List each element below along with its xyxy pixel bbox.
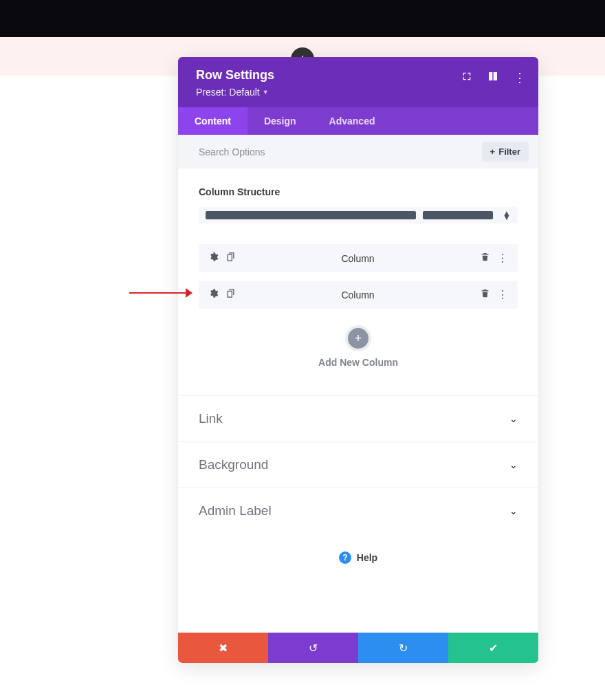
- add-column-button[interactable]: +: [348, 328, 368, 349]
- plus-icon: +: [490, 146, 496, 157]
- caret-down-icon: ▼: [263, 89, 269, 96]
- modal-action-bar: ✖ ↺ ↻ ✔: [178, 633, 538, 663]
- undo-button[interactable]: ↺: [268, 633, 358, 663]
- redo-icon: ↻: [399, 642, 408, 655]
- save-button[interactable]: ✔: [448, 633, 538, 663]
- duplicate-icon[interactable]: [226, 252, 236, 265]
- options-accordion: Link ⌄ Background ⌄ Admin Label ⌄: [178, 395, 538, 534]
- more-menu-icon[interactable]: ⋮: [497, 252, 508, 265]
- accordion-label: Admin Label: [199, 503, 272, 518]
- help-link[interactable]: ? Help: [178, 534, 538, 633]
- close-icon: ✖: [219, 642, 228, 655]
- plus-icon: +: [355, 332, 362, 344]
- modal-header: Row Settings Preset: Default ▼ ⋮: [178, 57, 538, 107]
- structure-bar-small: [423, 211, 493, 219]
- help-icon: ?: [339, 551, 351, 564]
- help-label: Help: [357, 552, 377, 563]
- undo-icon: ↺: [309, 642, 318, 655]
- search-input[interactable]: [199, 146, 482, 157]
- settings-tabs: Content Design Advanced: [178, 107, 538, 135]
- preset-value: Default: [229, 87, 259, 98]
- accordion-label: Background: [199, 457, 268, 472]
- add-column-label: Add New Column: [199, 357, 518, 368]
- accordion-link[interactable]: Link ⌄: [178, 396, 538, 442]
- accordion-background[interactable]: Background ⌄: [178, 442, 538, 488]
- preset-dropdown[interactable]: Preset: Default ▼: [196, 87, 520, 98]
- trash-icon[interactable]: [480, 288, 490, 301]
- preset-prefix: Preset:: [196, 87, 226, 98]
- expand-icon[interactable]: [461, 71, 472, 85]
- header-icon-group: ⋮: [461, 71, 526, 85]
- accordion-label: Link: [199, 411, 223, 426]
- chevron-down-icon: ⌄: [509, 459, 518, 470]
- row-settings-modal: Row Settings Preset: Default ▼ ⋮ Content…: [178, 57, 538, 663]
- content-body: Column Structure ▲▼ Column ⋮: [178, 168, 538, 395]
- chevron-down-icon: ⌄: [509, 505, 518, 516]
- column-label: Column: [236, 289, 480, 300]
- filter-button[interactable]: + Filter: [482, 142, 529, 162]
- duplicate-icon[interactable]: [226, 288, 236, 301]
- accordion-admin-label[interactable]: Admin Label ⌄: [178, 488, 538, 534]
- column-item[interactable]: Column ⋮: [199, 244, 518, 272]
- column-structure-label: Column Structure: [199, 186, 518, 197]
- chevron-down-icon: ⌄: [509, 413, 518, 424]
- search-row: + Filter: [178, 135, 538, 168]
- tab-advanced[interactable]: Advanced: [313, 107, 392, 135]
- page-top-bar: [0, 0, 605, 37]
- structure-bar-large: [206, 211, 416, 219]
- cancel-button[interactable]: ✖: [178, 633, 268, 663]
- column-label: Column: [236, 253, 480, 264]
- check-icon: ✔: [489, 642, 498, 655]
- more-menu-icon[interactable]: ⋮: [514, 72, 526, 84]
- filter-label: Filter: [498, 146, 520, 157]
- tab-content[interactable]: Content: [178, 107, 248, 135]
- add-column-section: + Add New Column: [199, 317, 518, 395]
- columns-icon[interactable]: [487, 71, 498, 85]
- trash-icon[interactable]: [480, 252, 490, 265]
- gear-icon[interactable]: [208, 288, 219, 301]
- tab-design[interactable]: Design: [248, 107, 313, 135]
- more-menu-icon[interactable]: ⋮: [497, 288, 508, 301]
- column-item[interactable]: Column ⋮: [199, 281, 518, 309]
- gear-icon[interactable]: [208, 252, 219, 265]
- column-structure-selector[interactable]: ▲▼: [199, 207, 518, 223]
- redo-button[interactable]: ↻: [358, 633, 448, 663]
- sort-handle-icon: ▲▼: [503, 211, 511, 219]
